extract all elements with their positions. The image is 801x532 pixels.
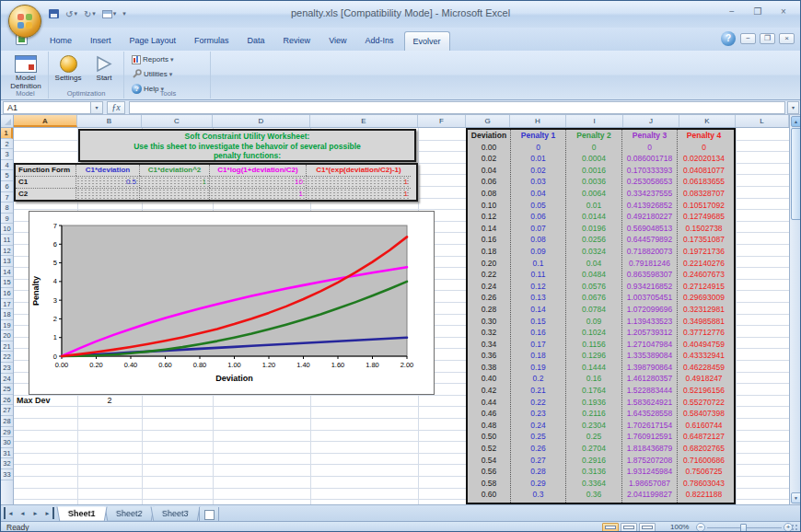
cell[interactable]: 0.46: [468, 408, 510, 420]
cell[interactable]: C1*deviation: [76, 165, 140, 177]
cell[interactable]: 2.041199827: [622, 489, 677, 501]
cell[interactable]: 0.09: [566, 316, 621, 328]
column-header-D[interactable]: D: [213, 115, 310, 127]
cell[interactable]: 1.702617154: [622, 420, 677, 432]
ribbon-tab-formulas[interactable]: Formulas: [186, 31, 238, 51]
cell[interactable]: 0.01: [566, 200, 621, 212]
column-title[interactable]: Penalty 4: [678, 130, 730, 142]
row-header-6[interactable]: 6: [1, 181, 13, 192]
cell[interactable]: [140, 188, 210, 200]
cell[interactable]: 0.1296: [566, 350, 621, 362]
cell[interactable]: 0.64872127: [678, 431, 730, 443]
cell[interactable]: 1.583624921: [622, 397, 677, 409]
cell[interactable]: 0.71600686: [678, 455, 730, 467]
cell[interactable]: 0.00: [468, 142, 510, 154]
save-button[interactable]: [47, 6, 61, 21]
cell[interactable]: C1*(exp(deviation/C2)-1): [307, 165, 411, 177]
row-header-16[interactable]: 16: [1, 288, 13, 299]
customize-qat-button[interactable]: ▾: [121, 6, 128, 21]
row-header-11[interactable]: 11: [1, 235, 13, 246]
cell[interactable]: 0.17: [511, 339, 565, 351]
cell[interactable]: 0.52: [468, 443, 510, 455]
row-header-24[interactable]: 24: [1, 374, 13, 385]
cell[interactable]: 0.3136: [566, 466, 621, 478]
cell[interactable]: 10: [210, 176, 307, 188]
cell[interactable]: 0.11: [511, 269, 565, 281]
cell[interactable]: 0.16: [468, 234, 510, 246]
cell[interactable]: 0.60: [468, 489, 510, 501]
row-header-22[interactable]: 22: [1, 352, 13, 363]
settings-button[interactable]: Settings: [51, 53, 86, 82]
cell[interactable]: 0.17351087: [678, 234, 730, 246]
cell[interactable]: 0.1: [511, 258, 565, 270]
cell[interactable]: 0.6160744: [678, 420, 730, 432]
cell[interactable]: 0.27: [511, 455, 565, 467]
cell[interactable]: 0.2116: [566, 408, 621, 420]
cell[interactable]: 0.22: [468, 269, 510, 281]
scroll-down-button[interactable]: ▼: [791, 492, 801, 503]
cell[interactable]: 0.30: [468, 316, 510, 328]
page-break-preview-button[interactable]: [639, 523, 656, 532]
cell[interactable]: 0.08328707: [678, 188, 730, 200]
cell[interactable]: 0.32312981: [678, 304, 730, 316]
ribbon-tab-home[interactable]: Home: [41, 31, 80, 51]
cell[interactable]: 0.569048513: [622, 223, 677, 235]
cell[interactable]: 1.205739312: [622, 327, 677, 339]
help-button[interactable]: ?: [721, 31, 736, 46]
penalty-data-table[interactable]: Deviation0.000.020.040.060.080.100.120.1…: [466, 128, 736, 504]
cell[interactable]: 0.0196: [566, 223, 621, 235]
cell[interactable]: 0.22140276: [678, 258, 730, 270]
cell[interactable]: Function Form: [16, 165, 76, 177]
column-title[interactable]: Deviation: [468, 130, 510, 142]
row-header-19[interactable]: 19: [1, 320, 13, 331]
insert-worksheet-tab[interactable]: [199, 507, 219, 522]
cell[interactable]: 0.18: [468, 246, 510, 258]
column-header-C[interactable]: C: [142, 115, 213, 127]
cell[interactable]: [76, 188, 140, 200]
cell[interactable]: 0.46228459: [678, 362, 730, 374]
cell[interactable]: 0.2704: [566, 443, 621, 455]
row-header-5[interactable]: 5: [1, 170, 13, 181]
cell[interactable]: 0.16: [566, 373, 621, 385]
cell[interactable]: 0.644579892: [622, 234, 677, 246]
cell[interactable]: 0.1444: [566, 362, 621, 374]
cell[interactable]: 0.2916: [566, 455, 621, 467]
cell[interactable]: 0.04: [468, 165, 510, 177]
row-header-25[interactable]: 25: [1, 384, 13, 395]
cell[interactable]: 0.56: [468, 466, 510, 478]
cell[interactable]: 0: [678, 142, 730, 154]
column-header-A[interactable]: A: [14, 115, 77, 127]
row-header-1[interactable]: 1: [1, 128, 13, 139]
office-button[interactable]: [8, 5, 41, 38]
cell[interactable]: 1.931245984: [622, 466, 677, 478]
row-header-27[interactable]: 27: [1, 405, 13, 416]
penalty-chart[interactable]: 012345670.000.200.400.600.801.001.201.40…: [29, 211, 435, 395]
cell[interactable]: 1.818436879: [622, 443, 677, 455]
cell[interactable]: 0.2: [511, 373, 565, 385]
column-title[interactable]: Penalty 2: [566, 130, 621, 142]
model-definition-button[interactable]: Model Definition: [6, 53, 46, 90]
cell[interactable]: 0.10517092: [678, 200, 730, 212]
cell[interactable]: 0.086001718: [622, 153, 677, 165]
cell[interactable]: 0.58: [468, 478, 510, 490]
scroll-up-button[interactable]: ▲: [791, 116, 801, 127]
column-header-H[interactable]: H: [510, 115, 566, 127]
row-header-33[interactable]: 33: [1, 469, 13, 480]
ribbon-tab-review[interactable]: Review: [275, 31, 319, 51]
cell[interactable]: 1: [307, 176, 411, 188]
cell[interactable]: 0.5: [76, 176, 140, 188]
cell[interactable]: 0.40: [468, 373, 510, 385]
row-header-20[interactable]: 20: [1, 330, 13, 341]
cell[interactable]: 0.08: [468, 188, 510, 200]
minimize-button[interactable]: −: [723, 6, 741, 18]
zoom-out-button[interactable]: −: [696, 523, 705, 532]
cell[interactable]: 0.4918247: [678, 373, 730, 385]
row-header-23[interactable]: 23: [1, 363, 13, 374]
cell[interactable]: 0.44: [468, 397, 510, 409]
cell[interactable]: 0.03: [511, 176, 565, 188]
column-header-F[interactable]: F: [418, 115, 466, 127]
cell[interactable]: 0: [622, 142, 677, 154]
column-header-K[interactable]: K: [679, 115, 736, 127]
cell[interactable]: 0.02: [511, 165, 565, 177]
cell[interactable]: 0.3: [511, 489, 565, 501]
